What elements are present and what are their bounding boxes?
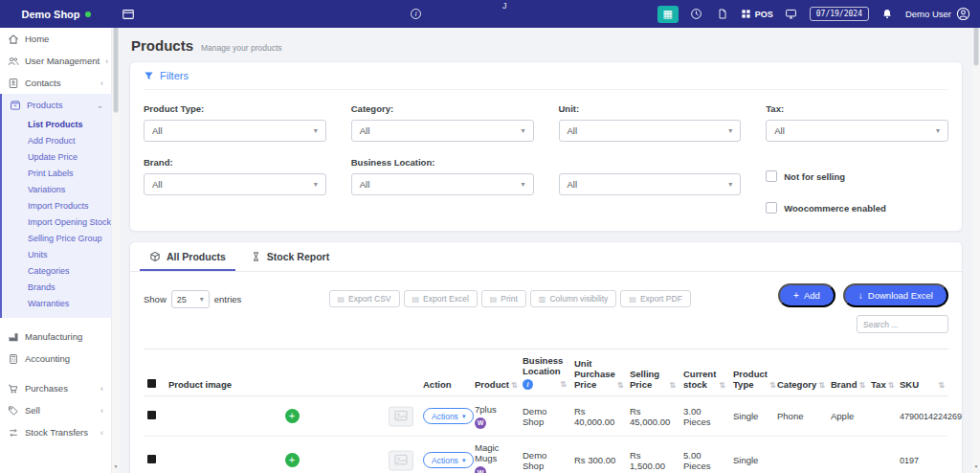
sidebar-subitem-print-labels[interactable]: Print Labels — [2, 165, 111, 181]
status-select[interactable]: All ▾ — [559, 173, 742, 195]
sidebar-subitem-categories[interactable]: Categories — [2, 262, 111, 279]
filters-toggle[interactable]: Filters — [144, 70, 948, 90]
header-business-location[interactable]: Business Location i ⇅ — [519, 349, 570, 396]
download-excel-button[interactable]: ↓ Download Excel — [843, 283, 948, 307]
sidebar-item-accounting[interactable]: Accounting — [0, 348, 111, 370]
checkbox-box[interactable] — [766, 202, 777, 214]
sidebar-subitem-selling-price-group[interactable]: Selling Price Group — [2, 230, 111, 246]
unit-select[interactable]: All ▾ — [559, 120, 742, 142]
product-type-select[interactable]: All ▾ — [144, 120, 326, 142]
search-input[interactable] — [857, 315, 948, 333]
sort-icon[interactable]: ⇅ — [617, 381, 624, 390]
sort-icon[interactable]: ⇅ — [719, 381, 725, 390]
sidebar-subitem-brands[interactable]: Brands — [2, 279, 111, 295]
sort-icon[interactable]: ⇅ — [888, 381, 895, 390]
export-button-group: ▤ Export CSV ▤ Export Excel ▤ Print ▥ Co… — [329, 290, 691, 307]
sort-icon[interactable]: ⇅ — [560, 380, 567, 389]
sidebar-subitem-list-products[interactable]: List Products — [2, 116, 111, 132]
window-scrollbar[interactable]: ▼ — [972, 28, 980, 473]
bell-icon[interactable] — [880, 7, 895, 22]
header-product[interactable]: Product⇅ — [471, 349, 519, 396]
header-brand[interactable]: Brand⇅ — [827, 349, 867, 396]
header-tax[interactable]: Tax⇅ — [867, 349, 896, 396]
sidebar-scrollbar[interactable]: ▲ ▼ — [112, 28, 120, 473]
expand-row-button[interactable]: + — [285, 453, 300, 467]
header-product-type[interactable]: Product Type⇅ — [729, 349, 773, 396]
sidebar-item-stock-transfers[interactable]: Stock Transfers ‹ — [0, 421, 111, 443]
user-menu[interactable]: Demo User — [905, 7, 970, 21]
button-label: Export Excel — [423, 294, 469, 304]
row-checkbox[interactable] — [147, 455, 156, 463]
not-for-selling-checkbox[interactable]: Not for selling — [766, 170, 948, 182]
sidebar-subitem-update-price[interactable]: Update Price — [2, 148, 111, 165]
header-sku[interactable]: SKU⇅ — [896, 349, 948, 396]
brand-logo[interactable]: Demo Shop — [0, 0, 112, 28]
column-visibility-button[interactable]: ▥ Column visibility — [530, 290, 617, 307]
export-pdf-button[interactable]: ▤ Export PDF — [620, 290, 691, 307]
header-selling-price[interactable]: Selling Price⇅ — [626, 349, 679, 396]
info-icon[interactable]: i — [411, 9, 421, 19]
cart-icon — [8, 383, 19, 394]
category-select[interactable]: All ▾ — [351, 120, 534, 142]
calculator-button[interactable]: ▦ — [657, 6, 679, 23]
export-excel-button[interactable]: ▤ Export Excel — [404, 290, 478, 307]
sidebar-subitem-units[interactable]: Units — [2, 246, 111, 262]
info-icon[interactable]: i — [523, 379, 533, 390]
caret-down-icon: ▾ — [936, 126, 940, 135]
topbar-main: i J ▦ POS 07/19/2024 Demo User — [112, 0, 980, 28]
actions-button[interactable]: Actions▾ — [423, 408, 474, 424]
tax-select[interactable]: All ▾ — [766, 120, 948, 142]
sidebar-subitem-import-opening-stock[interactable]: Import Opening Stock — [2, 214, 111, 230]
chevron-left-icon: ‹ — [100, 406, 103, 416]
woocommerce-enabled-checkbox[interactable]: Woocommerce enabled — [766, 202, 948, 214]
sidebar-subitem-add-product[interactable]: Add Product — [2, 132, 111, 148]
box-icon — [10, 100, 21, 111]
header-unit-purchase-price[interactable]: Unit Purchase Price⇅ — [570, 349, 626, 396]
add-button[interactable]: + Add — [778, 283, 835, 307]
sidebar-item-user-management[interactable]: User Management ‹ — [0, 50, 111, 72]
tab-all-products[interactable]: All Products — [140, 242, 235, 271]
sidebar-subitem-variations[interactable]: Variations — [2, 181, 111, 197]
sort-icon[interactable]: ⇅ — [818, 381, 825, 390]
sidebar-item-label: Stock Transfers — [25, 427, 88, 438]
sidebar-item-manufacturing[interactable]: Manufacturing — [0, 326, 111, 348]
business-location-select[interactable]: All ▾ — [351, 173, 534, 195]
select-value: All — [774, 125, 785, 136]
expand-row-button[interactable]: + — [285, 409, 300, 423]
sidebar-item-purchases[interactable]: Purchases ‹ — [0, 377, 111, 399]
clock-icon[interactable] — [689, 7, 704, 22]
sidebar-item-contacts[interactable]: Contacts ‹ — [0, 72, 111, 94]
entries-select[interactable]: 25 ▾ — [171, 290, 210, 308]
sort-icon[interactable]: ⇅ — [669, 381, 676, 390]
woocommerce-icon[interactable]: W — [475, 417, 486, 429]
actions-button[interactable]: Actions▾ — [423, 452, 474, 468]
woocommerce-icon[interactable]: W — [475, 466, 486, 473]
checkbox-box[interactable] — [766, 170, 777, 182]
tab-stock-report[interactable]: Stock Report — [241, 242, 339, 271]
sort-icon[interactable]: ⇅ — [938, 381, 945, 390]
pos-button[interactable]: POS — [741, 9, 773, 19]
sidebar-item-products[interactable]: Products ⌄ — [2, 94, 111, 116]
brand-select[interactable]: All ▾ — [144, 173, 326, 195]
sidebar-item-home[interactable]: Home — [0, 28, 111, 50]
document-icon[interactable] — [715, 7, 730, 22]
window-icon[interactable] — [122, 8, 135, 21]
scroll-down-arrow[interactable]: ▼ — [112, 462, 120, 471]
calculator-icon — [8, 353, 19, 365]
select-all-checkbox[interactable] — [147, 379, 156, 388]
export-csv-button[interactable]: ▤ Export CSV — [329, 290, 400, 307]
sidebar-subitem-warranties[interactable]: Warranties — [2, 295, 111, 311]
header-current-stock[interactable]: Current stock⇅ — [679, 349, 729, 396]
print-button[interactable]: ▤ Print — [481, 290, 526, 307]
sort-icon[interactable]: ⇅ — [769, 381, 776, 390]
scroll-down-arrow[interactable]: ▼ — [972, 462, 980, 471]
sort-icon[interactable]: ⇅ — [511, 381, 518, 390]
sidebar-item-sell[interactable]: Sell ‹ — [0, 399, 111, 421]
monitor-icon[interactable] — [784, 7, 799, 22]
caret-down-icon: ▾ — [462, 413, 466, 420]
sort-icon[interactable]: ⇅ — [858, 381, 865, 390]
printer-icon: ▤ — [490, 295, 498, 304]
header-category[interactable]: Category⇅ — [773, 349, 827, 396]
row-checkbox[interactable] — [147, 411, 156, 419]
sidebar-subitem-import-products[interactable]: Import Products — [2, 197, 111, 214]
